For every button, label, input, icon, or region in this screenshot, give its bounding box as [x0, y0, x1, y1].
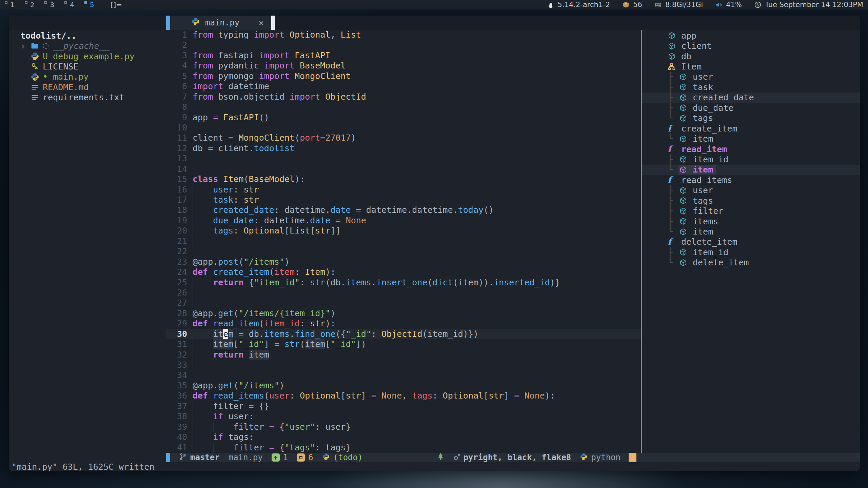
tree-connector: └ — [668, 227, 679, 237]
outline-item-delete_item[interactable]: fdelete_item — [642, 237, 860, 247]
outline-item-Item[interactable]: Item — [642, 61, 860, 72]
tabline-spacer — [9, 16, 166, 30]
outline-item-item[interactable]: └item — [642, 226, 860, 237]
tabline: main.py × — [9, 16, 860, 30]
code-line-3[interactable]: 3from fastapi import FastAPI — [166, 50, 641, 61]
tools-label: pyright, black, flake8 — [463, 453, 571, 462]
code-line-36[interactable]: 36def read_items(user: Optional[str] = N… — [166, 391, 641, 401]
tree-item-readme-md[interactable]: README.md — [9, 82, 166, 92]
system-status: 5.14.2-arch1-2568.8Gi/31Gi41%Tue Septemb… — [547, 1, 863, 9]
code-line-32[interactable]: 32 return item — [166, 350, 641, 360]
outline-item-label: client — [681, 41, 712, 51]
outline-item-read_item[interactable]: fread_item — [642, 144, 860, 154]
code-line-24[interactable]: 24def create_item(item: Item): — [166, 267, 641, 277]
code-line-25[interactable]: 25 return {"item_id": str(db.items.inser… — [166, 278, 641, 288]
code-line-29[interactable]: 29def read_item(item_id: str): — [166, 319, 641, 329]
outline-item-items[interactable]: ├items — [642, 216, 860, 226]
outline-item-label: item_id — [693, 155, 728, 164]
workspace-button-1[interactable]: 1 — [5, 1, 15, 9]
code-line-40[interactable]: 40 if tags: — [166, 432, 641, 442]
variable-icon — [679, 259, 693, 267]
outline-item-label: delete_item — [693, 258, 749, 267]
tree-item-license[interactable]: LICENSE — [9, 61, 166, 72]
tab-main-py[interactable]: main.py × — [170, 16, 271, 30]
workspace-button-3[interactable]: 3 — [44, 1, 54, 9]
code-line-20[interactable]: 20 tags: Optional[List[str]] — [166, 226, 641, 236]
code-text: @app.get("/items/{item_id}") — [193, 308, 641, 319]
close-icon[interactable]: × — [258, 18, 264, 28]
code-line-17[interactable]: 17 task: str — [166, 195, 641, 205]
code-line-12[interactable]: 12db = client.todolist — [166, 143, 641, 154]
outline-item-create_item[interactable]: fcreate_item — [642, 123, 860, 134]
terminal-window[interactable]: main.py × todolist/..›__pycache__Udebug_… — [9, 16, 860, 471]
code-line-33[interactable]: 33 — [166, 360, 641, 370]
code-line-5[interactable]: 5from pymongo import MongoClient — [166, 71, 641, 81]
code-line-23[interactable]: 23@app.post("/items") — [166, 257, 641, 267]
outline-item-label: tags — [693, 113, 713, 123]
tree-item-main-py[interactable]: •main.py — [9, 72, 166, 82]
code-line-18[interactable]: 18 created_date: datetime.date = datetim… — [166, 205, 641, 215]
tree-root[interactable]: todolist/.. — [9, 30, 166, 41]
code-line-34[interactable]: 34 — [166, 370, 641, 380]
symbol-outline[interactable]: appclientdbItem├user├task├created_date├d… — [642, 30, 860, 453]
tree-item-requirements-txt[interactable]: requirements.txt — [9, 93, 166, 103]
outline-item-due_date[interactable]: ├due_date — [642, 103, 860, 113]
code-line-14[interactable]: 14 — [166, 164, 641, 174]
code-line-8[interactable]: 8 — [166, 102, 641, 112]
variable-icon — [668, 32, 681, 40]
code-line-38[interactable]: 38 if user: — [166, 411, 641, 422]
workspace-button-4[interactable]: 4 — [64, 1, 74, 9]
outline-item-label: filter — [693, 206, 723, 216]
line-number: 16 — [166, 185, 193, 195]
code-line-1[interactable]: 1from typing import Optional, List — [166, 30, 641, 40]
outline-item-user[interactable]: ├user — [642, 72, 860, 82]
code-line-7[interactable]: 7from bson.objectid import ObjectId — [166, 92, 641, 102]
code-line-30[interactable]: 30 item = db.items.find_one({"_id": Obje… — [166, 329, 641, 339]
line-number: 39 — [166, 422, 193, 432]
outline-item-client[interactable]: client — [642, 41, 860, 51]
workspace-button-2[interactable]: 2 — [25, 1, 35, 9]
code-editor[interactable]: 1from typing import Optional, List23from… — [166, 30, 641, 453]
outline-item-filter[interactable]: ├filter — [642, 206, 860, 216]
code-line-4[interactable]: 4from pydantic import BaseModel — [166, 61, 641, 71]
code-line-2[interactable]: 2 — [166, 40, 641, 50]
function-icon: f — [668, 237, 681, 247]
code-line-19[interactable]: 19 due_date: datetime.date = None — [166, 216, 641, 226]
outline-item-created_date[interactable]: ├created_date — [642, 93, 860, 103]
code-line-31[interactable]: 31 item["_id"] = str(item["_id"]) — [166, 339, 641, 349]
outline-item-item[interactable]: └item — [642, 134, 860, 144]
code-line-37[interactable]: 37 filter = {} — [166, 401, 641, 411]
tree-item-debug-example-py[interactable]: Udebug_example.py — [9, 51, 166, 61]
code-line-26[interactable]: 26 — [166, 288, 641, 298]
outline-item-app[interactable]: app — [642, 30, 860, 41]
file-explorer[interactable]: todolist/..›__pycache__Udebug_example.py… — [9, 30, 166, 453]
code-line-15[interactable]: 15class Item(BaseModel): — [166, 174, 641, 184]
code-line-9[interactable]: 9app = FastAPI() — [166, 113, 641, 123]
outline-item-item_id[interactable]: ├item_id — [642, 154, 860, 164]
workspace-switcher[interactable]: 12345 — [5, 1, 104, 9]
code-line-11[interactable]: 11client = MongoClient(port=27017) — [166, 133, 641, 143]
code-line-35[interactable]: 35@app.get("/items") — [166, 381, 641, 391]
outline-item-item[interactable]: └item — [642, 165, 860, 175]
code-line-6[interactable]: 6import datetime — [166, 81, 641, 92]
tree-item--pycache-[interactable]: ›__pycache__ — [9, 41, 166, 51]
code-line-21[interactable]: 21 — [166, 236, 641, 246]
code-line-22[interactable]: 22 — [166, 246, 641, 257]
outline-item-read_items[interactable]: fread_items — [642, 175, 860, 185]
outline-item-tags[interactable]: └tags — [642, 113, 860, 123]
outline-item-item_id[interactable]: ├item_id — [642, 247, 860, 257]
outline-item-delete_item[interactable]: └delete_item — [642, 258, 860, 268]
code-line-39[interactable]: 39 filter = {"user": user} — [166, 422, 641, 432]
code-line-28[interactable]: 28@app.get("/items/{item_id}") — [166, 308, 641, 319]
code-line-13[interactable]: 13 — [166, 154, 641, 164]
code-line-41[interactable]: 41 filter = {"tags": tags} — [166, 443, 641, 453]
branch-name: master — [190, 453, 220, 462]
outline-item-tags[interactable]: ├tags — [642, 196, 860, 206]
code-line-16[interactable]: 16 user: str — [166, 185, 641, 195]
workspace-button-5[interactable]: 5 — [84, 1, 94, 9]
outline-item-user[interactable]: ├user — [642, 185, 860, 196]
outline-item-task[interactable]: ├task — [642, 82, 860, 92]
code-line-27[interactable]: 27 — [166, 298, 641, 308]
outline-item-db[interactable]: db — [642, 51, 860, 61]
code-line-10[interactable]: 10 — [166, 123, 641, 133]
